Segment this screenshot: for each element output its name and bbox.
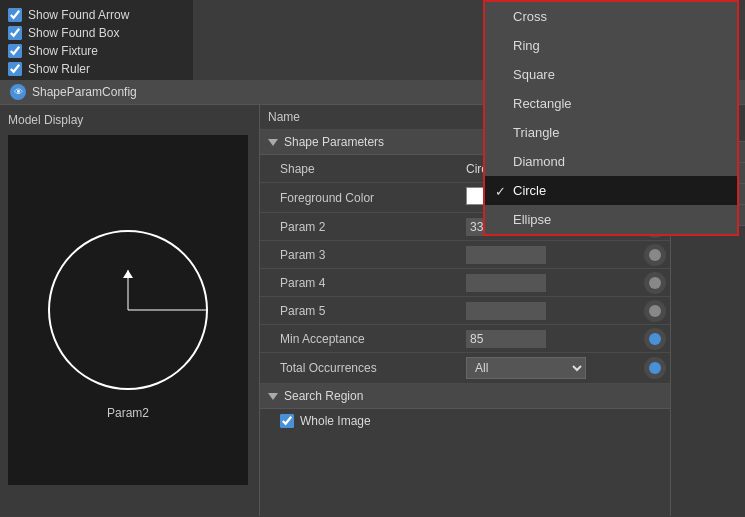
- shape-dropdown-menu: CrossRingSquareRectangleTriangleDiamond✓…: [483, 0, 739, 236]
- crosshair-horizontal: [128, 310, 208, 311]
- param3-input[interactable]: [466, 246, 546, 264]
- dropdown-item-label-square: Square: [513, 67, 555, 82]
- dropdown-item-ellipse[interactable]: Ellipse: [485, 205, 737, 234]
- param5-row: Param 5: [260, 297, 670, 325]
- gray-dot-icon: [649, 249, 661, 261]
- total-occurrences-label: Total Occurrences: [260, 357, 460, 379]
- dropdown-item-diamond[interactable]: Diamond: [485, 147, 737, 176]
- min-acceptance-input[interactable]: [466, 330, 546, 348]
- model-canvas: Param2: [8, 135, 248, 485]
- min-acceptance-label: Min Acceptance: [260, 328, 460, 350]
- param5-icon-btn[interactable]: [644, 300, 666, 322]
- triangle-down-icon: [268, 139, 278, 146]
- dropdown-item-ring[interactable]: Ring: [485, 31, 737, 60]
- checkbox-item-cb4: Show Ruler: [8, 60, 185, 78]
- arrow-up-icon: [123, 270, 133, 278]
- dropdown-item-label-rectangle: Rectangle: [513, 96, 572, 111]
- param4-row: Param 4: [260, 269, 670, 297]
- gray-dot-icon-3: [649, 305, 661, 317]
- param3-icon-btn[interactable]: [644, 244, 666, 266]
- gray-dot-icon-2: [649, 277, 661, 289]
- dropdown-item-label-diamond: Diamond: [513, 154, 565, 169]
- shape-label: Shape: [260, 158, 460, 180]
- checkbox-label-cb4: Show Ruler: [28, 62, 90, 76]
- total-occurrences-value-container: All 1 2: [460, 353, 644, 383]
- min-acceptance-icon-btn[interactable]: [644, 328, 666, 350]
- param3-row: Param 3: [260, 241, 670, 269]
- model-display-panel: Model Display Param2: [0, 105, 260, 516]
- total-occurrences-select[interactable]: All 1 2: [466, 357, 586, 379]
- dropdown-item-cross[interactable]: Cross: [485, 2, 737, 31]
- dropdown-item-circle[interactable]: ✓Circle: [485, 176, 737, 205]
- checkbox-cb3[interactable]: [8, 44, 22, 58]
- whole-image-checkbox[interactable]: [280, 414, 294, 428]
- param4-input[interactable]: [466, 274, 546, 292]
- param2-label-field: Param 2: [260, 216, 460, 238]
- param4-label-field: Param 4: [260, 272, 460, 294]
- checkbox-item-cb3: Show Fixture: [8, 42, 185, 60]
- window-icon: 👁: [10, 84, 26, 100]
- checkbox-item-cb1: Show Found Arrow: [8, 6, 185, 24]
- min-acceptance-value-container: [460, 326, 644, 352]
- search-region-title: Search Region: [284, 389, 363, 403]
- param5-label-field: Param 5: [260, 300, 460, 322]
- model-display-label: Model Display: [8, 113, 251, 127]
- whole-image-label: Whole Image: [300, 414, 371, 428]
- dropdown-item-label-cross: Cross: [513, 9, 547, 24]
- whole-image-row: Whole Image: [260, 409, 670, 433]
- param2-label: Param2: [107, 406, 149, 420]
- checkbox-item-cb2: Show Found Box: [8, 24, 185, 42]
- checkbox-cb1[interactable]: [8, 8, 22, 22]
- dropdown-item-label-circle: Circle: [513, 183, 546, 198]
- dropdown-item-label-triangle: Triangle: [513, 125, 559, 140]
- param3-label-field: Param 3: [260, 244, 460, 266]
- checkbox-label-cb3: Show Fixture: [28, 44, 98, 58]
- dropdown-item-square[interactable]: Square: [485, 60, 737, 89]
- dropdown-item-label-ring: Ring: [513, 38, 540, 53]
- dropdown-item-rectangle[interactable]: Rectangle: [485, 89, 737, 118]
- checkbox-label-cb1: Show Found Arrow: [28, 8, 129, 22]
- blue-dot-icon-3: [649, 362, 661, 374]
- param3-value-container: [460, 242, 644, 268]
- param5-value-container: [460, 298, 644, 324]
- total-occurrences-icon-btn[interactable]: [644, 357, 666, 379]
- foreground-color-label: Foreground Color: [260, 187, 460, 209]
- search-region-triangle-icon: [268, 393, 278, 400]
- blue-dot-icon-2: [649, 333, 661, 345]
- search-region-header[interactable]: Search Region: [260, 384, 670, 409]
- param4-value-container: [460, 270, 644, 296]
- param4-icon-btn[interactable]: [644, 272, 666, 294]
- checkmark-icon: ✓: [495, 183, 506, 198]
- dropdown-item-label-ellipse: Ellipse: [513, 212, 551, 227]
- checkbox-cb4[interactable]: [8, 62, 22, 76]
- shape-params-title: Shape Parameters: [284, 135, 384, 149]
- window-title-text: ShapeParamConfig: [32, 85, 137, 99]
- name-label: Name: [268, 110, 468, 124]
- top-left-panel: Show Found ArrowShow Found BoxShow Fixtu…: [0, 0, 193, 84]
- dropdown-item-triangle[interactable]: Triangle: [485, 118, 737, 147]
- checkbox-label-cb2: Show Found Box: [28, 26, 119, 40]
- checkbox-cb2[interactable]: [8, 26, 22, 40]
- min-acceptance-row: Min Acceptance: [260, 325, 670, 353]
- param5-input[interactable]: [466, 302, 546, 320]
- circle-preview: [48, 230, 208, 390]
- total-occurrences-row: Total Occurrences All 1 2: [260, 353, 670, 384]
